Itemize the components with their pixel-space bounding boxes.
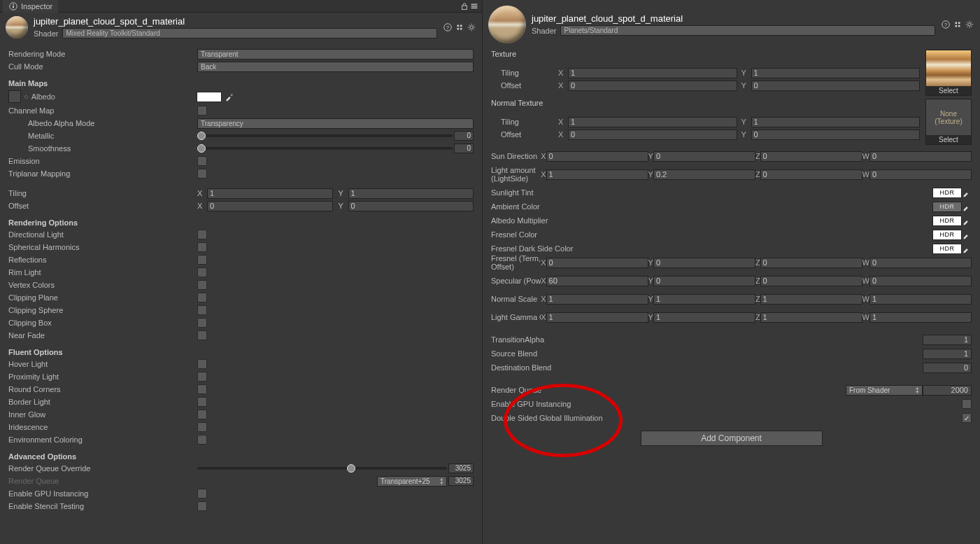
- inspector-tab[interactable]: Inspector: [3, 0, 58, 13]
- ntex-tiling-x[interactable]: [568, 117, 737, 127]
- channel-map-checkbox[interactable]: [197, 106, 207, 116]
- rendering-mode-dropdown[interactable]: Transparent: [197, 49, 474, 60]
- specular-w[interactable]: [869, 276, 972, 286]
- albedo-alpha-mode-dropdown[interactable]: Transparency: [197, 118, 474, 129]
- albedo-texture-slot[interactable]: [8, 90, 21, 103]
- material-thumbnail-right[interactable]: [488, 6, 526, 43]
- fresnel-dark-hdr[interactable]: HDR: [932, 244, 962, 254]
- fresnel-w[interactable]: [869, 258, 972, 268]
- albedo-color-swatch[interactable]: [197, 92, 222, 102]
- preset-icon[interactable]: [455, 22, 464, 32]
- nscale-x[interactable]: [546, 294, 648, 305]
- light-w[interactable]: [869, 169, 972, 180]
- clipping-sphere-checkbox[interactable]: [197, 305, 207, 315]
- render-queue-override-slider[interactable]: [197, 467, 447, 470]
- eyedropper-icon[interactable]: [962, 202, 972, 211]
- eyedropper-icon[interactable]: [225, 92, 234, 102]
- dsgi-checkbox[interactable]: [962, 413, 972, 423]
- lgamma-y[interactable]: [653, 312, 755, 323]
- ntex-offset-x[interactable]: [568, 130, 737, 140]
- menu-icon[interactable]: [469, 1, 479, 11]
- metallic-slider[interactable]: [197, 134, 453, 137]
- albedo-mult-hdr[interactable]: HDR: [932, 216, 962, 226]
- nscale-z[interactable]: [760, 294, 862, 305]
- tex-offset-y[interactable]: [751, 81, 921, 91]
- render-queue-override-value[interactable]: 3025: [448, 463, 474, 473]
- proximity-light-checkbox[interactable]: [197, 372, 207, 382]
- transition-alpha-input[interactable]: [923, 335, 972, 345]
- sunlight-tint-hdr[interactable]: HDR: [932, 188, 962, 198]
- source-blend-input[interactable]: [923, 349, 972, 359]
- lgamma-w[interactable]: [869, 312, 972, 323]
- specular-x[interactable]: [546, 276, 648, 286]
- ntex-tiling-y[interactable]: [751, 117, 921, 127]
- cull-mode-dropdown[interactable]: Back: [197, 62, 474, 72]
- vertex-colors-checkbox[interactable]: [197, 280, 207, 290]
- sun-z[interactable]: [760, 151, 862, 162]
- gear-icon[interactable]: [467, 22, 476, 32]
- fresnel-color-hdr[interactable]: HDR: [932, 230, 962, 240]
- directional-light-checkbox[interactable]: [197, 230, 207, 239]
- render-queue-value-right[interactable]: [923, 385, 972, 396]
- help-icon[interactable]: ?: [941, 20, 951, 29]
- reflections-checkbox[interactable]: [197, 255, 207, 265]
- lock-icon[interactable]: [460, 1, 469, 11]
- fresnel-x[interactable]: [546, 258, 648, 268]
- smoothness-slider[interactable]: [197, 147, 453, 150]
- metallic-value[interactable]: 0: [454, 131, 474, 141]
- near-fade-checkbox[interactable]: [197, 330, 207, 340]
- inner-glow-checkbox[interactable]: [197, 410, 207, 419]
- tiling-x-input[interactable]: [207, 188, 333, 199]
- env-coloring-checkbox[interactable]: [197, 435, 207, 445]
- clipping-plane-checkbox[interactable]: [197, 293, 207, 302]
- render-queue-dropdown[interactable]: Transparent+25‡: [377, 476, 447, 487]
- normal-texture-slot[interactable]: None (Texture) Select: [925, 99, 972, 145]
- lgamma-z[interactable]: [760, 312, 862, 323]
- sun-w[interactable]: [869, 151, 972, 162]
- iridescence-checkbox[interactable]: [197, 422, 207, 432]
- round-corners-checkbox[interactable]: [197, 384, 207, 394]
- preset-icon[interactable]: [953, 20, 963, 29]
- texture-slot[interactable]: Select: [925, 50, 972, 96]
- render-queue-value[interactable]: 3025: [448, 476, 474, 486]
- fresnel-y[interactable]: [653, 258, 755, 268]
- light-x[interactable]: [546, 169, 648, 180]
- light-y[interactable]: [653, 169, 755, 180]
- eyedropper-icon[interactable]: [962, 188, 972, 197]
- add-component-button[interactable]: Add Component: [641, 431, 823, 446]
- help-icon[interactable]: ?: [443, 22, 453, 32]
- tex-offset-x[interactable]: [568, 81, 737, 91]
- shader-dropdown[interactable]: Mixed Reality Toolkit/Standard: [62, 28, 437, 39]
- ntex-offset-y[interactable]: [751, 130, 921, 140]
- nscale-y[interactable]: [653, 294, 755, 305]
- smoothness-value[interactable]: 0: [454, 144, 474, 153]
- eyedropper-icon[interactable]: [962, 230, 972, 239]
- eyedropper-icon[interactable]: [962, 244, 972, 253]
- specular-z[interactable]: [760, 276, 862, 286]
- hover-light-checkbox[interactable]: [197, 359, 207, 369]
- shader-dropdown-right[interactable]: Planets/Standard: [560, 25, 935, 36]
- triplanar-checkbox[interactable]: [197, 169, 207, 179]
- tex-tiling-y[interactable]: [751, 68, 921, 78]
- gpu-instancing-checkbox[interactable]: [197, 489, 207, 498]
- border-light-checkbox[interactable]: [197, 397, 207, 407]
- tex-tiling-x[interactable]: [568, 68, 737, 78]
- fresnel-z[interactable]: [760, 258, 862, 268]
- spherical-harmonics-checkbox[interactable]: [197, 242, 207, 252]
- destination-blend-input[interactable]: [923, 363, 972, 373]
- ambient-color-hdr[interactable]: HDR: [932, 202, 962, 212]
- tiling-y-input[interactable]: [348, 188, 474, 199]
- emission-checkbox[interactable]: [197, 156, 207, 166]
- gpu-instancing-checkbox-right[interactable]: [962, 399, 972, 409]
- offset-y-input[interactable]: [348, 201, 474, 211]
- sun-y[interactable]: [653, 151, 755, 162]
- material-thumbnail[interactable]: [6, 16, 28, 39]
- gear-icon[interactable]: [965, 20, 974, 29]
- specular-y[interactable]: [653, 276, 755, 286]
- offset-x-input[interactable]: [207, 201, 333, 211]
- eyedropper-icon[interactable]: [962, 216, 972, 225]
- render-queue-dropdown-right[interactable]: From Shader‡: [846, 385, 923, 396]
- rim-light-checkbox[interactable]: [197, 267, 207, 277]
- clipping-box-checkbox[interactable]: [197, 318, 207, 328]
- stencil-testing-checkbox[interactable]: [197, 501, 207, 511]
